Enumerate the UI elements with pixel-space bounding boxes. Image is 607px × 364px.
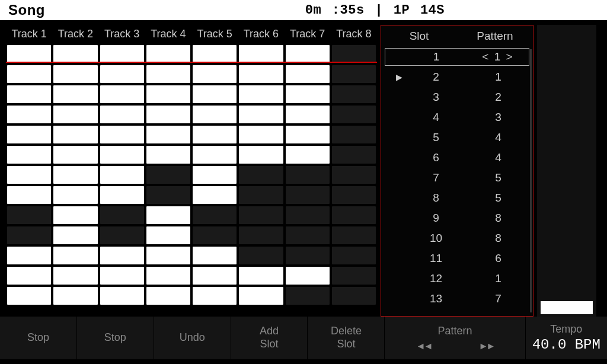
grid-cell[interactable]: [286, 267, 330, 285]
grid-cell[interactable]: [53, 126, 97, 143]
grid-cell[interactable]: [100, 45, 144, 63]
grid-cell[interactable]: [146, 65, 190, 83]
grid-cell[interactable]: [7, 146, 51, 164]
slot-row[interactable]: 64: [385, 148, 529, 168]
grid-cell[interactable]: [332, 247, 376, 264]
grid-cell[interactable]: [286, 186, 330, 204]
grid-cell[interactable]: [332, 146, 376, 164]
grid-cell[interactable]: [239, 226, 283, 244]
grid-cell[interactable]: [7, 206, 51, 224]
grid-cell[interactable]: [53, 106, 97, 123]
grid-cell[interactable]: [286, 206, 330, 224]
slot-row[interactable]: 137: [385, 289, 529, 309]
grid-cell[interactable]: [332, 287, 376, 305]
grid-cell[interactable]: [332, 267, 376, 285]
grid-cell[interactable]: [7, 85, 51, 103]
stop-button[interactable]: Stop: [77, 317, 154, 359]
slot-row[interactable]: 98: [385, 208, 529, 228]
grid-cell[interactable]: [239, 267, 283, 285]
grid-cell[interactable]: [286, 126, 330, 143]
track-header[interactable]: Track 7: [286, 28, 330, 40]
grid-cell[interactable]: [239, 65, 283, 83]
grid-cell[interactable]: [332, 226, 376, 244]
grid-cell[interactable]: [7, 287, 51, 305]
grid-cell[interactable]: [100, 65, 144, 83]
grid-cell[interactable]: [100, 85, 144, 103]
grid-cell[interactable]: [7, 126, 51, 143]
grid-cell[interactable]: [332, 85, 376, 103]
grid-cell[interactable]: [53, 267, 97, 285]
track-header[interactable]: Track 5: [193, 28, 237, 40]
track-header[interactable]: Track 1: [7, 28, 51, 40]
grid-cell[interactable]: [100, 226, 144, 244]
grid-cell[interactable]: [286, 146, 330, 164]
grid-cell[interactable]: [239, 45, 283, 63]
grid-cell[interactable]: [7, 267, 51, 285]
grid-cell[interactable]: [193, 126, 237, 143]
grid-cell[interactable]: [53, 186, 97, 204]
grid-cell[interactable]: [193, 247, 237, 264]
grid-cell[interactable]: [100, 247, 144, 264]
grid-cell[interactable]: [239, 85, 283, 103]
grid-cell[interactable]: [7, 45, 51, 63]
grid-cell[interactable]: [193, 267, 237, 285]
grid-cell[interactable]: [146, 186, 190, 204]
slot-row[interactable]: 85: [385, 188, 529, 208]
grid-cell[interactable]: [7, 106, 51, 123]
grid-cell[interactable]: [146, 45, 190, 63]
slot-row[interactable]: 54: [385, 127, 529, 148]
grid-cell[interactable]: [146, 247, 190, 264]
grid-cell[interactable]: [7, 186, 51, 204]
grid-cell[interactable]: [332, 166, 376, 184]
grid-cell[interactable]: [53, 45, 97, 63]
grid-cell[interactable]: [239, 206, 283, 224]
grid-cell[interactable]: [146, 267, 190, 285]
grid-cell[interactable]: [286, 45, 330, 63]
grid-cell[interactable]: [7, 226, 51, 244]
grid-cell[interactable]: [239, 247, 283, 264]
track-header[interactable]: Track 2: [53, 28, 97, 40]
track-header[interactable]: Track 3: [100, 28, 144, 40]
delete-slot-button[interactable]: DeleteSlot: [308, 317, 385, 359]
grid-cell[interactable]: [100, 106, 144, 123]
grid-cell[interactable]: [239, 166, 283, 184]
grid-cell[interactable]: [239, 287, 283, 305]
grid-cell[interactable]: [7, 247, 51, 264]
grid-cell[interactable]: [100, 267, 144, 285]
grid-cell[interactable]: [193, 85, 237, 103]
track-grid[interactable]: [6, 45, 377, 317]
grid-cell[interactable]: [53, 146, 97, 164]
grid-cell[interactable]: [239, 186, 283, 204]
track-header[interactable]: Track 6: [239, 28, 283, 40]
track-header[interactable]: Track 4: [146, 28, 190, 40]
slot-row[interactable]: 32: [385, 87, 529, 107]
pattern-next-icon[interactable]: ►►: [478, 341, 494, 352]
grid-cell[interactable]: [146, 226, 190, 244]
slot-row[interactable]: 75: [385, 168, 529, 188]
grid-cell[interactable]: [193, 206, 237, 224]
grid-cell[interactable]: [332, 45, 376, 63]
grid-cell[interactable]: [286, 247, 330, 264]
grid-cell[interactable]: [193, 186, 237, 204]
grid-cell[interactable]: [286, 65, 330, 83]
grid-cell[interactable]: [332, 206, 376, 224]
add-slot-button[interactable]: AddSlot: [231, 317, 308, 359]
grid-cell[interactable]: [239, 126, 283, 143]
grid-cell[interactable]: [193, 166, 237, 184]
slot-scrollbar[interactable]: [530, 49, 532, 312]
grid-cell[interactable]: [100, 166, 144, 184]
grid-cell[interactable]: [239, 106, 283, 123]
grid-cell[interactable]: [146, 85, 190, 103]
undo-button[interactable]: Undo: [154, 317, 231, 359]
grid-cell[interactable]: [286, 106, 330, 123]
grid-cell[interactable]: [286, 166, 330, 184]
slot-row[interactable]: 116: [385, 248, 529, 269]
grid-cell[interactable]: [53, 166, 97, 184]
slot-row[interactable]: 121: [385, 269, 529, 289]
grid-cell[interactable]: [332, 65, 376, 83]
grid-cell[interactable]: [286, 226, 330, 244]
grid-cell[interactable]: [100, 287, 144, 305]
grid-cell[interactable]: [193, 65, 237, 83]
grid-cell[interactable]: [239, 146, 283, 164]
grid-cell[interactable]: [332, 106, 376, 123]
